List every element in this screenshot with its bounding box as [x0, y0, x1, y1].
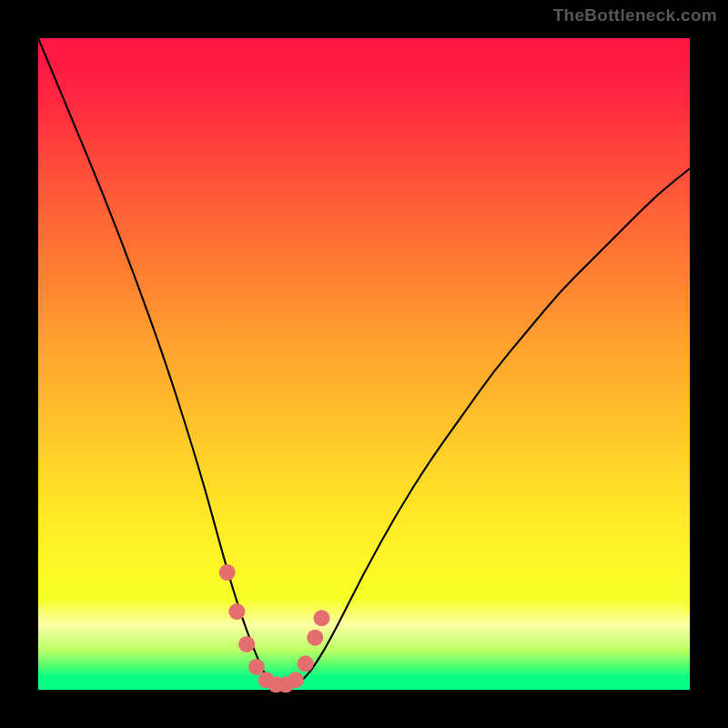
trough-marker [298, 655, 314, 672]
trough-marker [219, 564, 236, 581]
trough-marker [238, 636, 255, 652]
trough-marker [307, 630, 323, 646]
bottleneck-curve [38, 38, 690, 686]
trough-marker [313, 610, 329, 626]
trough-marker [288, 672, 304, 688]
trough-marker [248, 659, 265, 675]
trough-markers [219, 564, 330, 693]
plot-area [38, 38, 690, 690]
chart-frame: TheBottleneck.com [0, 0, 728, 728]
bottleneck-curve-svg [38, 38, 690, 690]
watermark-text: TheBottleneck.com [553, 5, 717, 25]
trough-marker [228, 603, 245, 620]
